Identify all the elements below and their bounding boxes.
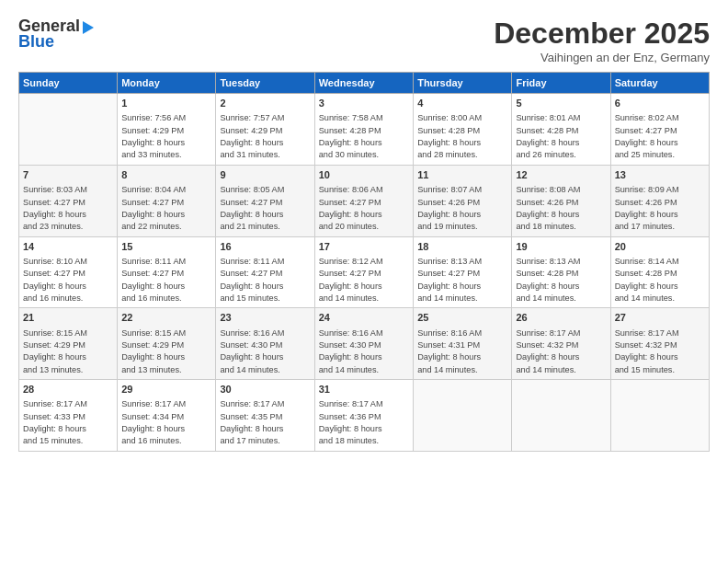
col-thursday: Thursday	[414, 73, 512, 94]
title-area: December 2025 Vaihingen an der Enz, Germ…	[494, 17, 710, 64]
day-number: 2	[220, 97, 310, 110]
day-info: Sunrise: 8:04 AM Sunset: 4:27 PM Dayligh…	[121, 184, 211, 233]
day-info: Sunrise: 8:12 AM Sunset: 4:27 PM Dayligh…	[319, 256, 409, 304]
table-row: 28Sunrise: 8:17 AM Sunset: 4:33 PM Dayli…	[19, 380, 118, 452]
calendar-header-row: Sunday Monday Tuesday Wednesday Thursday…	[19, 73, 710, 94]
day-info: Sunrise: 8:16 AM Sunset: 4:30 PM Dayligh…	[220, 327, 310, 376]
table-row: 24Sunrise: 8:16 AM Sunset: 4:30 PM Dayli…	[314, 308, 413, 380]
table-row: 2Sunrise: 7:57 AM Sunset: 4:29 PM Daylig…	[216, 94, 314, 166]
col-wednesday: Wednesday	[314, 73, 413, 94]
calendar-table: Sunday Monday Tuesday Wednesday Thursday…	[18, 72, 710, 452]
day-info: Sunrise: 8:17 AM Sunset: 4:35 PM Dayligh…	[220, 398, 310, 447]
table-row	[414, 380, 512, 452]
table-row: 29Sunrise: 8:17 AM Sunset: 4:34 PM Dayli…	[118, 380, 216, 452]
day-number: 25	[417, 311, 507, 325]
day-number: 3	[319, 97, 409, 110]
day-number: 4	[417, 97, 507, 110]
day-number: 30	[220, 383, 310, 396]
day-number: 18	[417, 240, 507, 254]
day-number: 14	[23, 240, 113, 254]
table-row: 1Sunrise: 7:56 AM Sunset: 4:29 PM Daylig…	[118, 94, 216, 166]
table-row: 15Sunrise: 8:11 AM Sunset: 4:27 PM Dayli…	[118, 236, 216, 308]
logo: General Blue	[18, 17, 94, 52]
day-number: 5	[516, 97, 606, 110]
day-info: Sunrise: 8:13 AM Sunset: 4:27 PM Dayligh…	[417, 256, 507, 304]
location-subtitle: Vaihingen an der Enz, Germany	[494, 51, 710, 64]
day-info: Sunrise: 8:14 AM Sunset: 4:28 PM Dayligh…	[615, 256, 705, 304]
day-info: Sunrise: 8:10 AM Sunset: 4:27 PM Dayligh…	[23, 256, 113, 304]
table-row	[19, 94, 118, 166]
table-row: 3Sunrise: 7:58 AM Sunset: 4:28 PM Daylig…	[314, 94, 413, 166]
day-number: 17	[319, 240, 409, 254]
day-number: 13	[615, 168, 705, 182]
table-row: 22Sunrise: 8:15 AM Sunset: 4:29 PM Dayli…	[118, 308, 216, 380]
day-info: Sunrise: 8:05 AM Sunset: 4:27 PM Dayligh…	[220, 184, 310, 233]
col-monday: Monday	[118, 73, 216, 94]
day-number: 26	[516, 311, 606, 325]
day-info: Sunrise: 8:17 AM Sunset: 4:32 PM Dayligh…	[615, 327, 705, 376]
day-info: Sunrise: 8:09 AM Sunset: 4:26 PM Dayligh…	[615, 184, 705, 233]
day-number: 31	[319, 383, 409, 396]
logo-blue: Blue	[18, 32, 54, 52]
table-row: 8Sunrise: 8:04 AM Sunset: 4:27 PM Daylig…	[118, 165, 216, 236]
table-row: 13Sunrise: 8:09 AM Sunset: 4:26 PM Dayli…	[610, 165, 709, 236]
day-info: Sunrise: 8:17 AM Sunset: 4:32 PM Dayligh…	[516, 327, 606, 376]
month-title: December 2025	[494, 17, 710, 51]
day-info: Sunrise: 8:07 AM Sunset: 4:26 PM Dayligh…	[417, 184, 507, 233]
table-row: 10Sunrise: 8:06 AM Sunset: 4:27 PM Dayli…	[314, 165, 413, 236]
day-number: 15	[121, 240, 211, 254]
day-number: 7	[23, 168, 113, 182]
table-row: 26Sunrise: 8:17 AM Sunset: 4:32 PM Dayli…	[512, 308, 610, 380]
table-row: 31Sunrise: 8:17 AM Sunset: 4:36 PM Dayli…	[314, 380, 413, 452]
day-info: Sunrise: 8:17 AM Sunset: 4:34 PM Dayligh…	[121, 398, 211, 447]
col-sunday: Sunday	[19, 73, 118, 94]
day-info: Sunrise: 7:57 AM Sunset: 4:29 PM Dayligh…	[220, 112, 310, 161]
table-row: 16Sunrise: 8:11 AM Sunset: 4:27 PM Dayli…	[216, 236, 314, 308]
day-info: Sunrise: 8:17 AM Sunset: 4:36 PM Dayligh…	[319, 398, 409, 447]
day-info: Sunrise: 8:06 AM Sunset: 4:27 PM Dayligh…	[319, 184, 409, 233]
day-number: 1	[121, 97, 211, 110]
day-number: 8	[121, 168, 211, 182]
table-row: 6Sunrise: 8:02 AM Sunset: 4:27 PM Daylig…	[610, 94, 709, 166]
day-info: Sunrise: 7:56 AM Sunset: 4:29 PM Dayligh…	[121, 112, 211, 161]
table-row: 20Sunrise: 8:14 AM Sunset: 4:28 PM Dayli…	[610, 236, 709, 308]
table-row: 5Sunrise: 8:01 AM Sunset: 4:28 PM Daylig…	[512, 94, 610, 166]
day-number: 23	[220, 311, 310, 325]
page: General Blue December 2025 Vaihingen an …	[0, 0, 728, 563]
day-number: 16	[220, 240, 310, 254]
day-number: 21	[23, 311, 113, 325]
table-row: 14Sunrise: 8:10 AM Sunset: 4:27 PM Dayli…	[19, 236, 118, 308]
day-info: Sunrise: 8:02 AM Sunset: 4:27 PM Dayligh…	[615, 112, 705, 161]
table-row: 25Sunrise: 8:16 AM Sunset: 4:31 PM Dayli…	[414, 308, 512, 380]
day-info: Sunrise: 8:01 AM Sunset: 4:28 PM Dayligh…	[516, 112, 606, 161]
col-saturday: Saturday	[610, 73, 709, 94]
day-number: 29	[121, 383, 211, 396]
table-row: 18Sunrise: 8:13 AM Sunset: 4:27 PM Dayli…	[414, 236, 512, 308]
day-info: Sunrise: 8:00 AM Sunset: 4:28 PM Dayligh…	[417, 112, 507, 161]
day-number: 22	[121, 311, 211, 325]
table-row: 27Sunrise: 8:17 AM Sunset: 4:32 PM Dayli…	[610, 308, 709, 380]
header: General Blue December 2025 Vaihingen an …	[18, 17, 710, 64]
table-row: 11Sunrise: 8:07 AM Sunset: 4:26 PM Dayli…	[414, 165, 512, 236]
day-info: Sunrise: 7:58 AM Sunset: 4:28 PM Dayligh…	[319, 112, 409, 161]
day-number: 24	[319, 311, 409, 325]
table-row: 17Sunrise: 8:12 AM Sunset: 4:27 PM Dayli…	[314, 236, 413, 308]
day-info: Sunrise: 8:16 AM Sunset: 4:30 PM Dayligh…	[319, 327, 409, 376]
day-number: 9	[220, 168, 310, 182]
table-row: 7Sunrise: 8:03 AM Sunset: 4:27 PM Daylig…	[19, 165, 118, 236]
day-number: 11	[417, 168, 507, 182]
day-info: Sunrise: 8:15 AM Sunset: 4:29 PM Dayligh…	[121, 327, 211, 376]
day-info: Sunrise: 8:11 AM Sunset: 4:27 PM Dayligh…	[121, 256, 211, 304]
day-number: 10	[319, 168, 409, 182]
table-row: 19Sunrise: 8:13 AM Sunset: 4:28 PM Dayli…	[512, 236, 610, 308]
col-tuesday: Tuesday	[216, 73, 314, 94]
logo-arrow-icon	[83, 21, 94, 34]
table-row: 21Sunrise: 8:15 AM Sunset: 4:29 PM Dayli…	[19, 308, 118, 380]
day-info: Sunrise: 8:08 AM Sunset: 4:26 PM Dayligh…	[516, 184, 606, 233]
day-info: Sunrise: 8:03 AM Sunset: 4:27 PM Dayligh…	[23, 184, 113, 233]
day-info: Sunrise: 8:17 AM Sunset: 4:33 PM Dayligh…	[23, 398, 113, 447]
day-info: Sunrise: 8:16 AM Sunset: 4:31 PM Dayligh…	[417, 327, 507, 376]
table-row: 12Sunrise: 8:08 AM Sunset: 4:26 PM Dayli…	[512, 165, 610, 236]
day-info: Sunrise: 8:13 AM Sunset: 4:28 PM Dayligh…	[516, 256, 606, 304]
day-number: 20	[615, 240, 705, 254]
